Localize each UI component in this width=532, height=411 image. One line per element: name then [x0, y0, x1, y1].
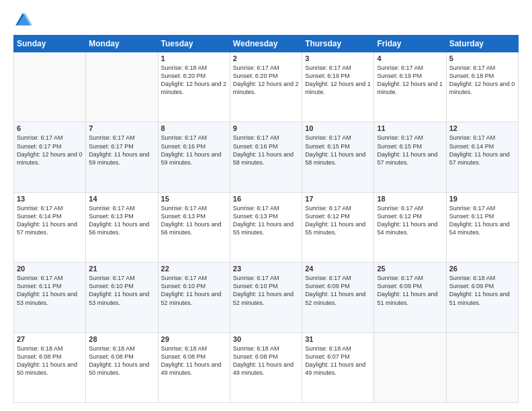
calendar-cell: 19Sunrise: 6:17 AM Sunset: 6:11 PM Dayli… [446, 192, 518, 262]
calendar-cell [374, 332, 446, 402]
week-row-2: 6Sunrise: 6:17 AM Sunset: 6:17 PM Daylig… [14, 122, 519, 192]
calendar-cell: 27Sunrise: 6:18 AM Sunset: 6:08 PM Dayli… [14, 332, 86, 402]
day-number: 17 [305, 195, 371, 203]
cell-text: Sunrise: 6:17 AM Sunset: 6:14 PM Dayligh… [17, 204, 83, 237]
col-header-saturday: Saturday [446, 36, 518, 52]
cell-text: Sunrise: 6:17 AM Sunset: 6:09 PM Dayligh… [377, 274, 443, 307]
cell-text: Sunrise: 6:18 AM Sunset: 6:08 PM Dayligh… [17, 345, 83, 377]
day-number: 19 [449, 195, 515, 203]
calendar-cell [446, 332, 518, 402]
day-number: 26 [449, 265, 515, 273]
logo [13, 11, 35, 30]
top-section [13, 11, 519, 30]
col-header-sunday: Sunday [14, 36, 86, 52]
day-number: 1 [161, 54, 227, 62]
calendar-cell: 4Sunrise: 6:17 AM Sunset: 6:19 PM Daylig… [374, 52, 446, 122]
day-number: 28 [89, 335, 154, 343]
cell-text: Sunrise: 6:17 AM Sunset: 6:15 PM Dayligh… [305, 134, 371, 167]
calendar-cell: 10Sunrise: 6:17 AM Sunset: 6:15 PM Dayli… [302, 122, 374, 192]
cell-text: Sunrise: 6:17 AM Sunset: 6:12 PM Dayligh… [377, 204, 443, 237]
cell-text: Sunrise: 6:17 AM Sunset: 6:12 PM Dayligh… [305, 204, 371, 237]
day-number: 31 [305, 335, 371, 343]
cell-text: Sunrise: 6:17 AM Sunset: 6:10 PM Dayligh… [89, 274, 154, 307]
cell-text: Sunrise: 6:17 AM Sunset: 6:16 PM Dayligh… [161, 134, 227, 167]
calendar-cell: 5Sunrise: 6:17 AM Sunset: 6:18 PM Daylig… [446, 52, 518, 122]
day-number: 12 [449, 124, 515, 132]
cell-text: Sunrise: 6:17 AM Sunset: 6:18 PM Dayligh… [449, 64, 515, 97]
cell-text: Sunrise: 6:17 AM Sunset: 6:15 PM Dayligh… [377, 134, 443, 167]
calendar-cell: 18Sunrise: 6:17 AM Sunset: 6:12 PM Dayli… [374, 192, 446, 262]
week-row-4: 20Sunrise: 6:17 AM Sunset: 6:11 PM Dayli… [14, 263, 519, 332]
day-number: 30 [233, 335, 299, 343]
cell-text: Sunrise: 6:17 AM Sunset: 6:09 PM Dayligh… [305, 274, 371, 307]
col-header-thursday: Thursday [302, 36, 374, 52]
cell-text: Sunrise: 6:17 AM Sunset: 6:16 PM Dayligh… [233, 134, 299, 167]
week-row-1: 1Sunrise: 6:18 AM Sunset: 6:20 PM Daylig… [14, 52, 519, 122]
col-header-monday: Monday [86, 36, 158, 52]
day-number: 15 [161, 195, 227, 203]
day-number: 27 [17, 335, 83, 343]
calendar-cell: 8Sunrise: 6:17 AM Sunset: 6:16 PM Daylig… [158, 122, 230, 192]
day-number: 7 [89, 124, 154, 132]
cell-text: Sunrise: 6:17 AM Sunset: 6:11 PM Dayligh… [17, 274, 83, 307]
calendar-cell: 9Sunrise: 6:17 AM Sunset: 6:16 PM Daylig… [230, 122, 302, 192]
cell-text: Sunrise: 6:17 AM Sunset: 6:19 PM Dayligh… [377, 64, 443, 97]
cell-text: Sunrise: 6:17 AM Sunset: 6:11 PM Dayligh… [449, 204, 515, 237]
cell-text: Sunrise: 6:17 AM Sunset: 6:13 PM Dayligh… [161, 204, 227, 237]
col-header-tuesday: Tuesday [158, 36, 230, 52]
cell-text: Sunrise: 6:17 AM Sunset: 6:10 PM Dayligh… [233, 274, 299, 307]
day-number: 29 [161, 335, 227, 343]
day-number: 4 [377, 54, 443, 62]
day-number: 3 [305, 54, 371, 62]
day-number: 8 [161, 124, 227, 132]
day-number: 21 [89, 265, 154, 273]
col-header-friday: Friday [374, 36, 446, 52]
day-number: 11 [377, 124, 443, 132]
day-number: 16 [233, 195, 299, 203]
col-header-wednesday: Wednesday [230, 36, 302, 52]
calendar-cell [86, 52, 158, 122]
calendar-cell: 29Sunrise: 6:18 AM Sunset: 6:08 PM Dayli… [158, 332, 230, 402]
day-number: 13 [17, 195, 83, 203]
day-number: 14 [89, 195, 154, 203]
cell-text: Sunrise: 6:18 AM Sunset: 6:09 PM Dayligh… [449, 274, 515, 307]
cell-text: Sunrise: 6:17 AM Sunset: 6:19 PM Dayligh… [305, 64, 371, 97]
cell-text: Sunrise: 6:17 AM Sunset: 6:13 PM Dayligh… [233, 204, 299, 237]
calendar-cell: 21Sunrise: 6:17 AM Sunset: 6:10 PM Dayli… [86, 263, 158, 332]
cell-text: Sunrise: 6:17 AM Sunset: 6:10 PM Dayligh… [161, 274, 227, 307]
day-number: 23 [233, 265, 299, 273]
calendar-cell: 30Sunrise: 6:18 AM Sunset: 6:08 PM Dayli… [230, 332, 302, 402]
cell-text: Sunrise: 6:18 AM Sunset: 6:08 PM Dayligh… [161, 345, 227, 377]
calendar-cell: 13Sunrise: 6:17 AM Sunset: 6:14 PM Dayli… [14, 192, 86, 262]
calendar-table: SundayMondayTuesdayWednesdayThursdayFrid… [13, 35, 519, 403]
calendar-cell: 23Sunrise: 6:17 AM Sunset: 6:10 PM Dayli… [230, 263, 302, 332]
calendar-cell: 31Sunrise: 6:18 AM Sunset: 6:07 PM Dayli… [302, 332, 374, 402]
calendar-cell: 6Sunrise: 6:17 AM Sunset: 6:17 PM Daylig… [14, 122, 86, 192]
calendar-cell: 20Sunrise: 6:17 AM Sunset: 6:11 PM Dayli… [14, 263, 86, 332]
day-number: 2 [233, 54, 299, 62]
cell-text: Sunrise: 6:17 AM Sunset: 6:17 PM Dayligh… [89, 134, 154, 167]
cell-text: Sunrise: 6:18 AM Sunset: 6:07 PM Dayligh… [305, 345, 371, 377]
calendar-cell: 15Sunrise: 6:17 AM Sunset: 6:13 PM Dayli… [158, 192, 230, 262]
day-number: 24 [305, 265, 371, 273]
week-row-5: 27Sunrise: 6:18 AM Sunset: 6:08 PM Dayli… [14, 332, 519, 402]
week-row-3: 13Sunrise: 6:17 AM Sunset: 6:14 PM Dayli… [14, 192, 519, 262]
calendar-cell: 2Sunrise: 6:17 AM Sunset: 6:20 PM Daylig… [230, 52, 302, 122]
calendar-cell: 24Sunrise: 6:17 AM Sunset: 6:09 PM Dayli… [302, 263, 374, 332]
page: SundayMondayTuesdayWednesdayThursdayFrid… [0, 0, 532, 411]
calendar-cell: 3Sunrise: 6:17 AM Sunset: 6:19 PM Daylig… [302, 52, 374, 122]
calendar-cell: 26Sunrise: 6:18 AM Sunset: 6:09 PM Dayli… [446, 263, 518, 332]
calendar-cell: 14Sunrise: 6:17 AM Sunset: 6:13 PM Dayli… [86, 192, 158, 262]
day-number: 9 [233, 124, 299, 132]
calendar-cell: 25Sunrise: 6:17 AM Sunset: 6:09 PM Dayli… [374, 263, 446, 332]
day-number: 18 [377, 195, 443, 203]
day-number: 22 [161, 265, 227, 273]
day-number: 10 [305, 124, 371, 132]
calendar-cell: 22Sunrise: 6:17 AM Sunset: 6:10 PM Dayli… [158, 263, 230, 332]
cell-text: Sunrise: 6:18 AM Sunset: 6:20 PM Dayligh… [161, 64, 227, 97]
calendar-cell: 11Sunrise: 6:17 AM Sunset: 6:15 PM Dayli… [374, 122, 446, 192]
cell-text: Sunrise: 6:17 AM Sunset: 6:14 PM Dayligh… [449, 134, 515, 167]
day-number: 6 [17, 124, 83, 132]
cell-text: Sunrise: 6:18 AM Sunset: 6:08 PM Dayligh… [89, 345, 154, 377]
calendar-cell [14, 52, 86, 122]
